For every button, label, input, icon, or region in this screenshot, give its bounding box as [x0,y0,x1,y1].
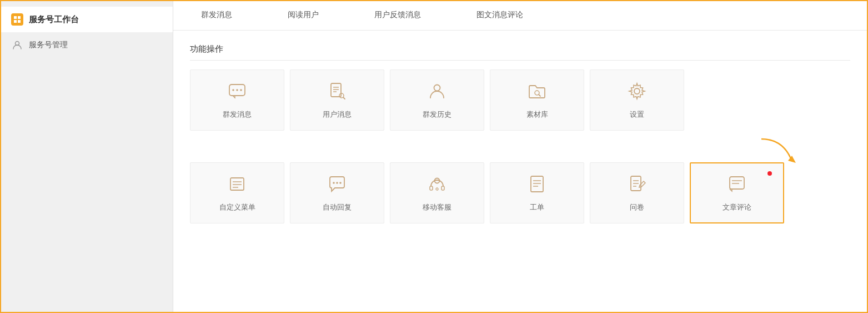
tab-feedback[interactable]: 用户反馈消息 [347,1,449,30]
gear-icon [627,81,647,104]
func-mass-history[interactable]: 群发历史 [390,69,484,131]
chat-dots-icon [327,174,347,197]
svg-point-25 [336,182,338,184]
doc-search-icon [327,81,347,104]
red-dot [767,171,772,176]
func-row-1: 群发消息 用户消息 [190,69,850,131]
headset-icon [427,174,447,197]
func-settings-label: 设置 [630,110,644,120]
svg-line-14 [343,97,345,99]
func-material-label: 素材库 [526,110,548,120]
func-mass-msg-label: 群发消息 [223,110,252,120]
svg-marker-19 [788,156,796,163]
func-mass-history-label: 群发历史 [423,110,451,120]
manage-icon [11,39,23,51]
doc-edit-icon [627,174,647,197]
func-ticket-label: 工单 [530,202,544,212]
func-article-comment-label: 文章评论 [723,202,751,212]
svg-point-6 [232,89,234,91]
func-auto-reply-label: 自动回复 [323,202,352,212]
svg-line-17 [539,95,540,96]
tab-read-users[interactable]: 阅读用户 [260,1,347,30]
func-article-comment[interactable]: 文章评论 [690,162,784,223]
workbench-icon [11,13,23,26]
func-mass-msg[interactable]: 群发消息 [190,69,284,131]
list-icon [227,174,247,197]
func-mobile-service[interactable]: 移动客服 [390,162,484,223]
func-user-msg-label: 用户消息 [323,110,352,120]
func-survey[interactable]: 问卷 [590,162,684,223]
sidebar-item-manage[interactable]: 服务号管理 [1,32,173,58]
tab-mass-msg[interactable]: 群发消息 [173,1,260,30]
svg-rect-31 [531,176,543,192]
func-auto-reply[interactable]: 自动回复 [290,162,384,223]
svg-rect-29 [441,186,444,190]
main-content: 群发消息 阅读用户 用户反馈消息 图文消息评论 功能操作 [173,1,867,312]
svg-point-15 [434,85,440,91]
svg-rect-20 [230,178,244,190]
folder-search-icon [527,81,547,104]
chat-icon [227,81,247,104]
content-area: 功能操作 群发消息 [173,31,867,312]
comment-doc-icon [727,174,747,197]
func-row-2: 自定义菜单 自动回复 [190,162,850,223]
svg-rect-3 [18,20,21,23]
workbench-label: 服务号工作台 [29,14,79,25]
svg-rect-0 [14,16,17,19]
sidebar: 服务号工作台 服务号管理 [1,1,173,312]
func-material[interactable]: 素材库 [490,69,584,131]
svg-point-18 [634,88,640,94]
tab-comment[interactable]: 图文消息评论 [449,1,551,30]
doc-lines-icon [527,174,547,197]
func-survey-label: 问卷 [630,202,644,212]
func-mobile-service-label: 移动客服 [423,202,451,212]
svg-point-24 [333,182,335,184]
func-custom-menu-label: 自定义菜单 [219,202,255,212]
svg-point-7 [236,89,238,91]
svg-point-8 [240,89,242,91]
svg-point-30 [436,188,438,190]
func-custom-menu[interactable]: 自定义菜单 [190,162,284,223]
person-icon [427,81,447,104]
sidebar-item-workbench[interactable]: 服务号工作台 [1,7,173,32]
func-settings[interactable]: 设置 [590,69,684,131]
func-ticket[interactable]: 工单 [490,162,584,223]
svg-rect-2 [14,20,17,23]
svg-rect-28 [430,186,433,190]
section-title: 功能操作 [190,44,850,61]
tabs-bar: 群发消息 阅读用户 用户反馈消息 图文消息评论 [173,1,867,31]
func-user-msg[interactable]: 用户消息 [290,69,384,131]
svg-rect-39 [730,177,744,189]
manage-label: 服务号管理 [29,40,68,50]
svg-rect-1 [18,16,21,19]
svg-point-26 [339,182,342,184]
